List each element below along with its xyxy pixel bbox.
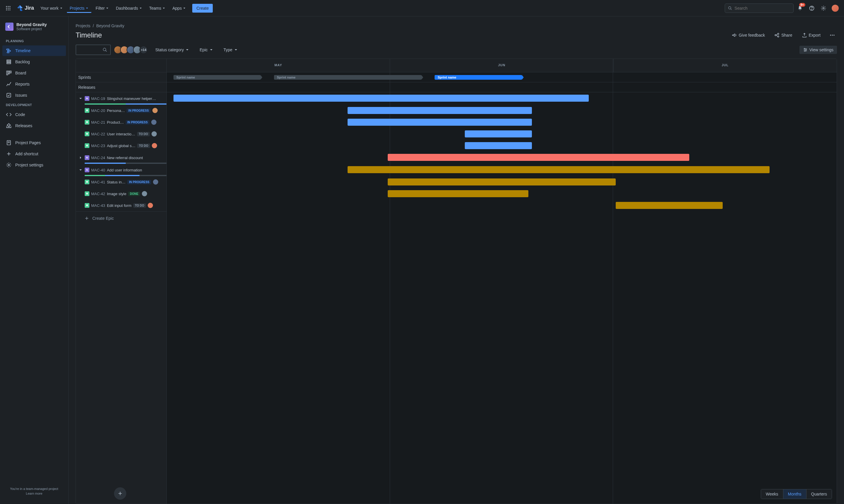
timeline-right-column[interactable]: MAY JUN JUL Sprint name Sprint name Spri… <box>167 59 837 504</box>
issue-key[interactable]: MAC-41 <box>91 180 105 184</box>
nav-your-work[interactable]: Your work <box>37 3 66 13</box>
more-actions-button[interactable] <box>828 31 837 40</box>
status-badge[interactable]: TO DO <box>137 132 150 136</box>
timeline-bar[interactable] <box>347 119 532 126</box>
share-button[interactable]: Share <box>772 31 794 39</box>
story-row[interactable]: MAC-23 Adjust global s… TO DO <box>76 140 166 151</box>
app-switcher-icon[interactable] <box>3 3 13 13</box>
timeline-bar[interactable] <box>616 202 723 209</box>
sprint-pill[interactable]: Sprint name <box>174 75 261 80</box>
timeline-bar[interactable] <box>347 107 532 114</box>
add-shortcut-icon <box>6 151 12 157</box>
view-settings-button[interactable]: View settings <box>800 46 837 54</box>
sidebar-item-releases[interactable]: Releases <box>2 121 66 131</box>
user-avatar[interactable] <box>830 3 840 13</box>
export-button[interactable]: Export <box>800 31 823 39</box>
sidebar-item-board[interactable]: Board <box>2 68 66 78</box>
assignee-filter[interactable]: +14 <box>115 46 148 54</box>
timeline-bar[interactable] <box>465 130 532 138</box>
timeline-bar[interactable] <box>388 154 689 161</box>
settings-icon[interactable] <box>819 3 828 13</box>
issue-key[interactable]: MAC-22 <box>91 132 105 136</box>
sidebar-item-issues[interactable]: Issues <box>2 90 66 101</box>
epic-row[interactable]: MAC-19 Slingshot maneuver helper… <box>76 92 166 105</box>
timeline-bar[interactable] <box>388 178 615 185</box>
story-row[interactable]: MAC-21 Product… IN PROGRESS <box>76 116 166 128</box>
global-search[interactable] <box>725 3 794 13</box>
story-row[interactable]: MAC-42 Image style DONE <box>76 188 166 200</box>
issue-key[interactable]: MAC-21 <box>91 120 105 125</box>
story-row[interactable]: MAC-22 User interactio… TO DO <box>76 128 166 140</box>
nav-apps[interactable]: Apps <box>169 3 189 13</box>
issue-key[interactable]: MAC-19 <box>91 96 105 101</box>
status-badge[interactable]: DONE <box>128 192 140 196</box>
type-filter[interactable]: Type <box>221 46 240 54</box>
add-button[interactable] <box>114 487 126 500</box>
assignee-avatar[interactable] <box>153 179 158 185</box>
issue-key[interactable]: MAC-42 <box>91 192 105 196</box>
breadcrumb-project[interactable]: Beyond Gravity <box>96 23 124 28</box>
status-badge[interactable]: IN PROGRESS <box>127 108 150 113</box>
sidebar-item-backlog[interactable]: Backlog <box>2 57 66 67</box>
status-badge[interactable]: IN PROGRESS <box>126 120 149 125</box>
timeline-search[interactable] <box>76 44 111 55</box>
project-header[interactable]: Beyond Gravity Software project <box>2 22 66 37</box>
assignee-avatar[interactable] <box>151 120 157 125</box>
timeline-bar[interactable] <box>347 166 770 173</box>
create-button[interactable]: Create <box>192 4 213 13</box>
assignee-avatar[interactable] <box>148 203 153 208</box>
status-badge[interactable]: TO DO <box>133 203 146 208</box>
sidebar-item-add-shortcut[interactable]: Add shortcut <box>2 148 66 159</box>
epic-row[interactable]: MAC-40 Add user information <box>76 164 166 176</box>
sidebar-item-code[interactable]: Code <box>2 109 66 120</box>
breadcrumb-projects[interactable]: Projects <box>76 23 91 28</box>
expand-caret-icon[interactable] <box>78 168 83 172</box>
assignee-avatar[interactable] <box>142 191 147 196</box>
assignee-avatar[interactable] <box>151 131 157 137</box>
sidebar-item-project-pages[interactable]: Project Pages <box>2 138 66 148</box>
zoom-months[interactable]: Months <box>783 489 806 499</box>
issue-key[interactable]: MAC-43 <box>91 203 105 208</box>
story-row[interactable]: MAC-43 Edit input form TO DO <box>76 200 166 211</box>
expand-caret-icon[interactable] <box>78 96 83 101</box>
nav-projects[interactable]: Projects <box>67 3 92 13</box>
zoom-weeks[interactable]: Weeks <box>761 489 783 499</box>
issue-key[interactable]: MAC-20 <box>91 108 105 113</box>
megaphone-icon <box>732 33 737 38</box>
nav-teams[interactable]: Teams <box>146 3 168 13</box>
timeline-bar[interactable] <box>174 95 589 102</box>
issue-key[interactable]: MAC-24 <box>91 156 105 160</box>
story-row[interactable]: MAC-20 Persona… IN PROGRESS <box>76 105 166 116</box>
sliders-icon <box>803 48 808 52</box>
timeline-bar[interactable] <box>388 190 528 197</box>
sidebar-item-timeline[interactable]: Timeline <box>2 46 66 56</box>
expand-caret-icon[interactable] <box>78 155 83 160</box>
epic-row[interactable]: MAC-24 New referral discount <box>76 151 166 164</box>
avatar-overflow[interactable]: +14 <box>140 46 148 54</box>
assignee-avatar[interactable] <box>152 108 158 113</box>
create-epic-button[interactable]: Create Epic <box>76 211 166 225</box>
help-icon[interactable] <box>807 3 816 13</box>
timeline-bar[interactable] <box>465 142 532 149</box>
give-feedback-button[interactable]: Give feedback <box>730 31 768 39</box>
chevron-down-icon <box>185 48 189 52</box>
issue-key[interactable]: MAC-23 <box>91 144 105 148</box>
sprint-pill[interactable]: Sprint name <box>274 75 421 80</box>
nav-dashboards[interactable]: Dashboards <box>113 3 145 13</box>
learn-more-link[interactable]: Learn more <box>5 492 63 495</box>
sidebar-item-project-settings[interactable]: Project settings <box>2 160 66 170</box>
epic-filter[interactable]: Epic <box>197 46 216 54</box>
zoom-quarters[interactable]: Quarters <box>806 489 832 499</box>
story-row[interactable]: MAC-41 Status in… IN PROGRESS <box>76 176 166 188</box>
nav-filter[interactable]: Filter <box>93 3 112 13</box>
jira-logo[interactable]: Jira <box>16 5 34 12</box>
sidebar-item-reports[interactable]: Reports <box>2 79 66 89</box>
sprint-pill-active[interactable]: Sprint name <box>435 75 522 80</box>
issue-key[interactable]: MAC-40 <box>91 168 105 172</box>
assignee-avatar[interactable] <box>152 143 157 148</box>
search-input[interactable] <box>734 6 790 11</box>
status-badge[interactable]: IN PROGRESS <box>127 180 151 184</box>
status-badge[interactable]: TO DO <box>137 144 150 148</box>
notifications-icon[interactable]: 9+ <box>795 3 805 13</box>
status-category-filter[interactable]: Status category <box>152 46 192 54</box>
